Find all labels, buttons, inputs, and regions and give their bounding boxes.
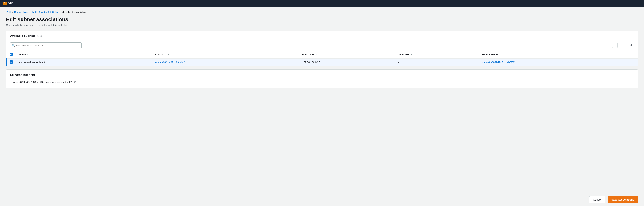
sort-icon-name: ▼ — [27, 53, 29, 56]
col-header-name: Name ▼ — [16, 51, 152, 58]
footer-bar: Cancel Save associations — [0, 193, 644, 206]
sort-icon-subnet-id: ▼ — [168, 53, 170, 56]
selected-subnets-title: Selected subnets — [10, 73, 634, 77]
svg-rect-1 — [4, 2, 6, 3]
selected-subnets-panel: Selected subnets subnet-08f1b4672d80babb… — [6, 69, 638, 88]
column-settings-button[interactable]: ⚙ — [629, 43, 634, 48]
tag-remove-button[interactable]: ✕ — [74, 81, 76, 83]
vpc-icon — [3, 2, 7, 5]
filter-bar: 🔍 ‹ 1 › ⚙ — [6, 40, 638, 51]
col-header-ipv4: IPv4 CIDR ▼ — [299, 51, 395, 58]
next-page-button[interactable]: › — [622, 43, 627, 48]
page-title: Edit subnet associations — [6, 17, 638, 23]
table-wrap: Name ▼ Subnet ID ▼ IPv4 — [6, 51, 638, 66]
route-table-link[interactable]: Main (rtb-0829d145b11eb5f58) — [482, 61, 515, 64]
selected-subnet-tag: subnet-08f1b4672d80babb3 / encc-aws-ipse… — [10, 80, 78, 84]
row-subnet-id: subnet-08f1b4672d80babb3 — [152, 58, 299, 66]
available-subnets-panel: Available subnets (1/1) 🔍 ‹ 1 › ⚙ — [6, 31, 638, 66]
table-row: encc-aws-ipsec-subnet01 subnet-08f1b4672… — [6, 58, 638, 66]
col-header-subnet-id: Subnet ID ▼ — [152, 51, 299, 58]
breadcrumb-route-tables[interactable]: Route tables — [14, 11, 28, 14]
prev-page-button[interactable]: ‹ — [612, 43, 618, 48]
panel-count: (1/1) — [36, 34, 42, 37]
search-icon: 🔍 — [12, 44, 15, 47]
subnet-id-link[interactable]: subnet-08f1b4672d80babb3 — [155, 61, 186, 64]
save-associations-button[interactable]: Save associations — [608, 196, 638, 203]
row-checkbox[interactable] — [10, 60, 13, 63]
topbar-title: VPC — [8, 2, 14, 5]
sort-icon-ipv4: ▼ — [315, 53, 317, 56]
row-ipv4: 172.30.100.0/25 — [299, 58, 395, 66]
main-content: VPC › Route tables › rtb-09444a5be990088… — [0, 7, 644, 206]
subnets-table: Name ▼ Subnet ID ▼ IPv4 — [6, 51, 638, 66]
tag-list: subnet-08f1b4672d80babb3 / encc-aws-ipse… — [10, 80, 634, 84]
page-subtitle: Change which subnets are associated with… — [6, 24, 638, 27]
row-name: encc-aws-ipsec-subnet01 — [16, 58, 152, 66]
breadcrumb-sep-3: › — [59, 11, 60, 14]
search-wrapper: 🔍 — [10, 42, 82, 48]
cancel-button[interactable]: Cancel — [589, 196, 605, 203]
panel-header: Available subnets (1/1) — [6, 31, 638, 40]
breadcrumb-sep-2: › — [29, 11, 30, 14]
row-checkbox-cell — [6, 58, 16, 66]
header-checkbox-cell — [6, 51, 16, 58]
panel-title: Available subnets (1/1) — [10, 34, 42, 37]
breadcrumb-vpc[interactable]: VPC — [6, 11, 11, 14]
col-header-ipv6: IPv6 CIDR ▼ — [394, 51, 478, 58]
breadcrumb-rtb[interactable]: rtb-09444a5be99008885 — [31, 11, 58, 14]
row-route-table: Main (rtb-0829d145b11eb5f58) — [478, 58, 638, 66]
breadcrumb-current: Edit subnet associations — [61, 11, 87, 14]
breadcrumb-sep-1: › — [12, 11, 13, 14]
filter-input[interactable] — [10, 42, 82, 48]
svg-rect-0 — [4, 3, 6, 4]
breadcrumb: VPC › Route tables › rtb-09444a5be990088… — [6, 11, 638, 14]
col-header-route-table: Route table ID ▼ — [478, 51, 638, 58]
topbar: VPC — [0, 0, 644, 7]
page-number: 1 — [619, 44, 620, 47]
select-all-checkbox[interactable] — [10, 53, 13, 56]
pagination-controls: ‹ 1 › ⚙ — [612, 43, 634, 48]
row-ipv6: – — [394, 58, 478, 66]
sort-icon-route-table: ▼ — [499, 53, 501, 56]
tag-label: subnet-08f1b4672d80babb3 / encc-aws-ipse… — [12, 81, 72, 83]
sort-icon-ipv6: ▼ — [411, 53, 412, 56]
